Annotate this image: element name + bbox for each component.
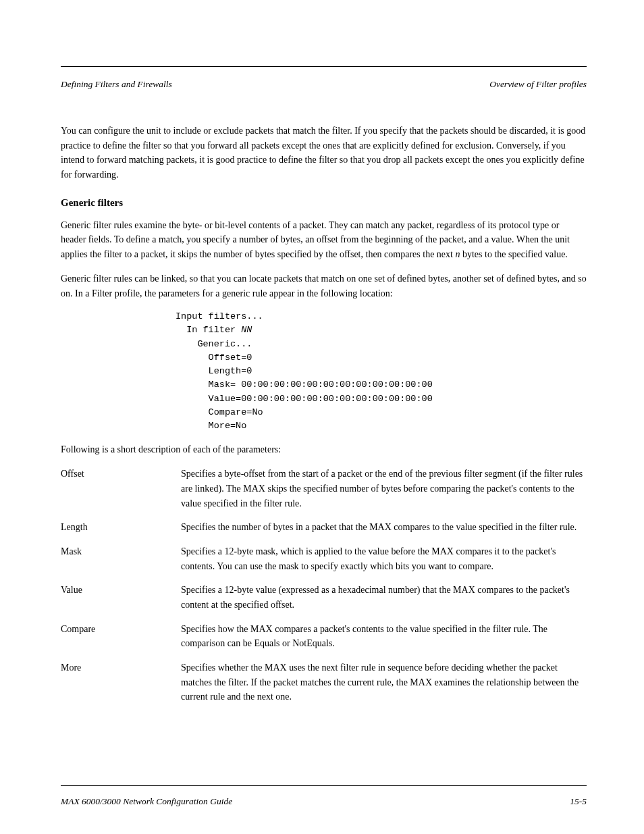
- desc-def: Specifies a byte-offset from the start o…: [181, 467, 587, 511]
- desc-term: Length: [61, 520, 181, 535]
- desc-row-value: Value Specifies a 12-byte value (express…: [61, 583, 587, 612]
- desc-term: Mask: [61, 544, 181, 573]
- code-variable-nn: NN: [241, 325, 252, 335]
- footer-page-number: 15-5: [570, 796, 587, 807]
- paragraph-intro: You can configure the unit to include or…: [61, 124, 587, 182]
- footer-left: MAX 6000/3000 Network Configuration Guid…: [61, 796, 232, 807]
- desc-def: Specifies the number of bytes in a packe…: [181, 520, 587, 535]
- code-line: Offset=0: [176, 353, 252, 363]
- paragraph-desc-intro: Following is a short description of each…: [61, 442, 587, 457]
- paragraph-generic-1: Generic filter rules examine the byte- o…: [61, 218, 587, 262]
- footer-rule: [61, 785, 587, 786]
- page-footer: MAX 6000/3000 Network Configuration Guid…: [61, 785, 587, 807]
- code-line: More=No: [176, 421, 246, 431]
- desc-def: Specifies how the MAX compares a packet'…: [181, 622, 587, 651]
- header-left: Defining Filters and Firewalls: [61, 79, 172, 90]
- page-header: Defining Filters and Firewalls Overview …: [61, 79, 587, 90]
- desc-term: Compare: [61, 622, 181, 651]
- desc-row-length: Length Specifies the number of bytes in …: [61, 520, 587, 535]
- code-line: Value=00:00:00:00:00:00:00:00:00:00:00:0…: [176, 394, 433, 404]
- section-heading-generic-filters: Generic filters: [61, 197, 587, 209]
- desc-term: More: [61, 660, 181, 704]
- code-line: Length=0: [176, 366, 252, 376]
- desc-row-more: More Specifies whether the MAX uses the …: [61, 660, 587, 704]
- parameter-description-list: Offset Specifies a byte-offset from the …: [61, 467, 587, 704]
- desc-term: Offset: [61, 467, 181, 511]
- desc-row-compare: Compare Specifies how the MAX compares a…: [61, 622, 587, 651]
- desc-def: Specifies whether the MAX uses the next …: [181, 660, 587, 704]
- code-line: Generic...: [176, 339, 252, 349]
- para2-suffix: bytes to the specified value.: [460, 249, 567, 259]
- code-block-filter-params: Input filters... In filter NN Generic...…: [176, 310, 587, 433]
- desc-def: Specifies a 12-byte value (expressed as …: [181, 583, 587, 612]
- code-line: Input filters...: [176, 311, 263, 321]
- desc-row-mask: Mask Specifies a 12-byte mask, which is …: [61, 544, 587, 573]
- desc-term: Value: [61, 583, 181, 612]
- code-line: Compare=No: [176, 407, 263, 417]
- header-rule: [61, 66, 587, 67]
- code-line: Mask= 00:00:00:00:00:00:00:00:00:00:00:0…: [176, 380, 433, 390]
- code-line: In filter: [176, 325, 241, 335]
- header-right: Overview of Filter profiles: [489, 79, 587, 90]
- paragraph-generic-2: Generic filter rules can be linked, so t…: [61, 271, 587, 301]
- desc-row-offset: Offset Specifies a byte-offset from the …: [61, 467, 587, 511]
- desc-def: Specifies a 12-byte mask, which is appli…: [181, 544, 587, 573]
